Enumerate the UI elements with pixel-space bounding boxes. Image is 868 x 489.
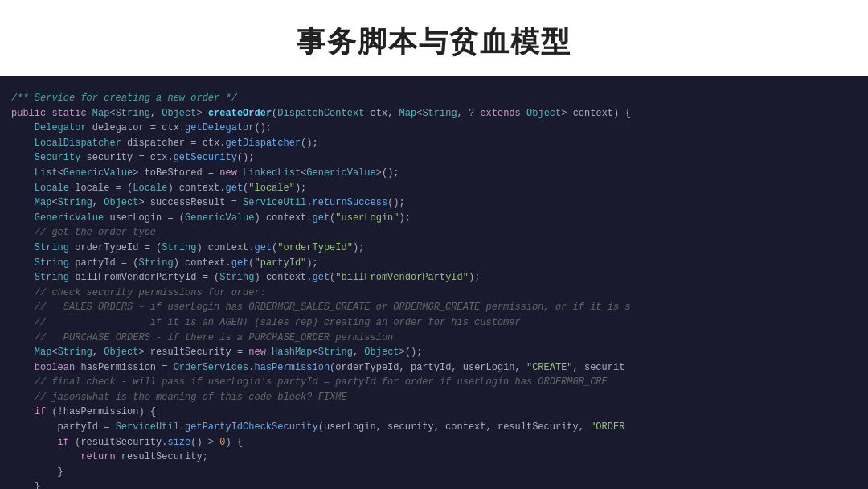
code-block: /** Service for creating a new order */ …: [0, 83, 868, 489]
page-title: 事务脚本与贫血模型: [0, 0, 868, 76]
page-container: 事务脚本与贫血模型 /** Service for creating a new…: [0, 0, 868, 489]
